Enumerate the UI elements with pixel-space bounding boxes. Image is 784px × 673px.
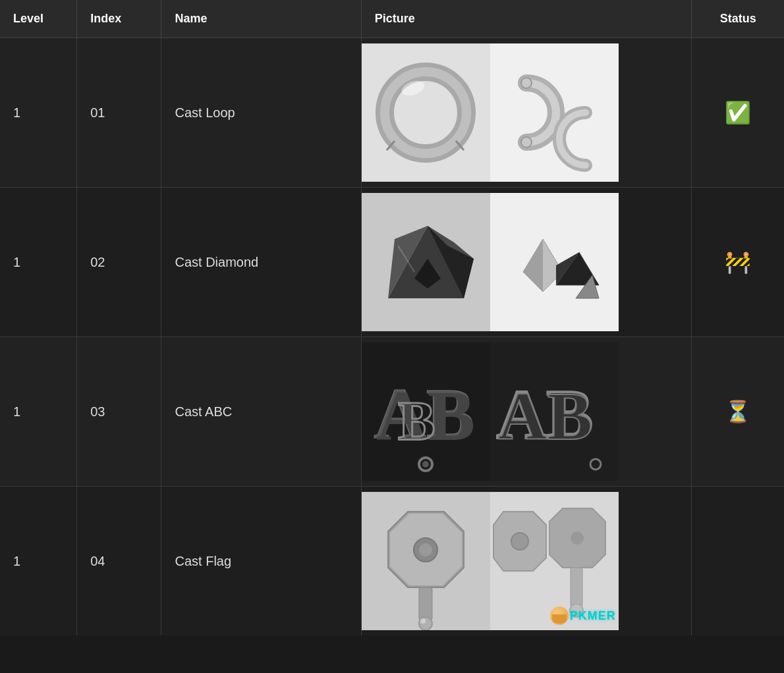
header-status: Status bbox=[692, 0, 784, 38]
header-index: Index bbox=[77, 0, 161, 38]
cell-index: 04 bbox=[77, 487, 161, 636]
table-row: 1 04 Cast Flag bbox=[0, 487, 784, 636]
table-header-row: Level Index Name Picture Status bbox=[0, 0, 784, 38]
svg-text:AB: AB bbox=[498, 379, 592, 454]
puzzle-image-assembled bbox=[362, 193, 490, 331]
cell-picture: AB AB B AB bbox=[361, 337, 692, 487]
svg-point-44 bbox=[571, 531, 584, 545]
cell-status: 🚧 bbox=[692, 188, 784, 337]
cell-level: 1 bbox=[0, 38, 77, 188]
picture-pair bbox=[362, 193, 692, 331]
cell-picture: PKMER bbox=[361, 487, 692, 636]
puzzle-image-assembled: AB AB B bbox=[362, 342, 490, 481]
svg-rect-45 bbox=[571, 568, 582, 607]
cell-picture bbox=[361, 38, 692, 188]
table-row: 1 01 Cast Loop bbox=[0, 38, 784, 188]
header-name: Name bbox=[161, 0, 361, 38]
cell-index: 02 bbox=[77, 188, 161, 337]
table-row: 1 02 Cast Diamond bbox=[0, 188, 784, 337]
cell-status: ⏳ bbox=[692, 337, 784, 487]
puzzle-image-assembled bbox=[362, 43, 490, 182]
svg-text:B: B bbox=[398, 390, 435, 452]
puzzle-image-disassembled: PKMER bbox=[490, 492, 619, 630]
status-icon-pending: ⏳ bbox=[725, 400, 751, 423]
cell-index: 01 bbox=[77, 38, 161, 188]
svg-point-39 bbox=[420, 618, 426, 624]
cell-name: Cast Flag bbox=[161, 487, 361, 636]
svg-point-38 bbox=[419, 617, 432, 630]
status-icon-inprogress: 🚧 bbox=[725, 250, 751, 274]
picture-pair: PKMER bbox=[362, 492, 692, 630]
puzzle-image-assembled bbox=[362, 492, 490, 630]
cell-name: Cast Loop bbox=[161, 38, 361, 188]
puzzle-image-disassembled: AB AB bbox=[490, 342, 619, 481]
svg-point-36 bbox=[419, 543, 432, 556]
cell-picture bbox=[361, 188, 692, 337]
picture-pair bbox=[362, 43, 692, 182]
svg-point-8 bbox=[521, 137, 532, 148]
svg-rect-37 bbox=[419, 587, 432, 620]
puzzle-image-disassembled bbox=[490, 193, 619, 331]
status-icon-completed: ✅ bbox=[725, 101, 751, 124]
cell-index: 03 bbox=[77, 337, 161, 487]
cell-level: 1 bbox=[0, 337, 77, 487]
cell-level: 1 bbox=[0, 487, 77, 636]
cell-name: Cast ABC bbox=[161, 337, 361, 487]
table-row: 1 03 Cast ABC AB AB B bbox=[0, 337, 784, 487]
svg-point-42 bbox=[511, 533, 528, 550]
picture-pair: AB AB B AB bbox=[362, 342, 692, 481]
puzzle-image-disassembled bbox=[490, 43, 619, 182]
header-level: Level bbox=[0, 0, 77, 38]
svg-point-27 bbox=[422, 461, 429, 468]
cell-level: 1 bbox=[0, 188, 77, 337]
cell-name: Cast Diamond bbox=[161, 188, 361, 337]
cell-status bbox=[692, 487, 784, 636]
puzzle-table: Level Index Name Picture Status 1 01 Cas… bbox=[0, 0, 784, 635]
svg-point-7 bbox=[521, 78, 532, 88]
header-picture: Picture bbox=[361, 0, 692, 38]
cell-status: ✅ bbox=[692, 38, 784, 188]
